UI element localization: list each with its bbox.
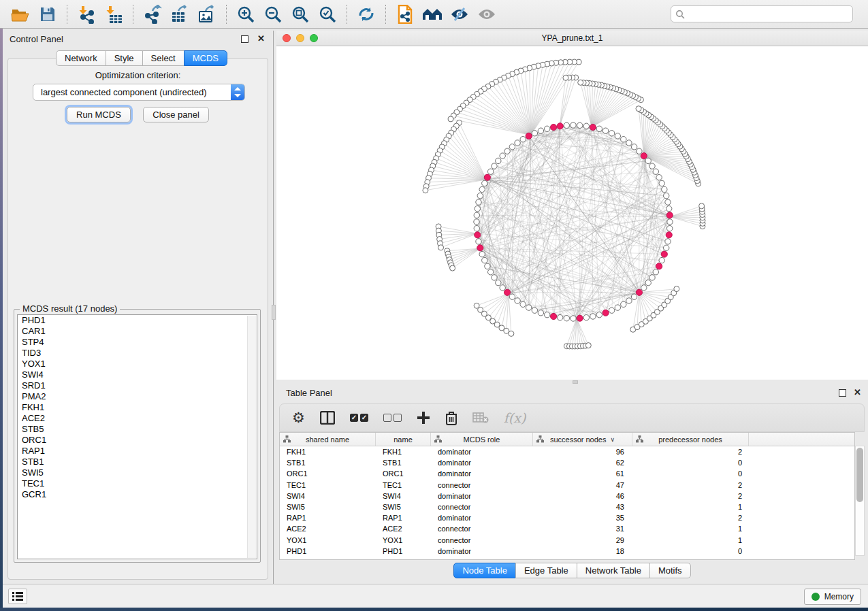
cell-predecessor-nodes[interactable]: 2	[632, 491, 749, 501]
table-row[interactable]: ACE2ACE2connector311	[280, 523, 854, 534]
table-row[interactable]: YOX1YOX1connector291	[280, 535, 854, 546]
table-row[interactable]: FKH1FKH1dominator962	[280, 446, 854, 457]
cell-mcds-role[interactable]: connector	[431, 501, 533, 512]
cell-predecessor-nodes[interactable]: 1	[632, 535, 749, 546]
close-panel-button[interactable]: Close panel	[143, 107, 209, 122]
cell-predecessor-nodes[interactable]: 0	[632, 457, 749, 468]
cell-shared-name[interactable]: SWI4	[280, 491, 376, 501]
mcds-result-item[interactable]: ACE2	[18, 413, 257, 424]
cell-predecessor-nodes[interactable]: 2	[632, 446, 749, 457]
column-header-successor-nodes[interactable]: successor nodes∨	[533, 433, 632, 446]
mcds-result-item[interactable]: SRD1	[18, 380, 257, 391]
mcds-result-item[interactable]: PMA2	[18, 391, 257, 402]
cell-name[interactable]: RAP1	[376, 512, 431, 523]
zoom-fit-icon[interactable]	[287, 3, 314, 26]
new-network-from-selection-icon[interactable]	[391, 3, 419, 26]
run-mcds-button[interactable]: Run MCDS	[67, 107, 131, 122]
mcds-result-item[interactable]: GCR1	[18, 489, 257, 500]
show-columns-icon[interactable]	[320, 411, 335, 425]
save-session-icon[interactable]	[34, 3, 61, 26]
cell-shared-name[interactable]: FKH1	[280, 446, 376, 457]
cell-predecessor-nodes[interactable]: 1	[632, 523, 749, 534]
tab-node-table[interactable]: Node Table	[453, 563, 516, 578]
table-row[interactable]: ORC1ORC1dominator610	[280, 468, 854, 479]
export-image-icon[interactable]	[193, 3, 221, 26]
table-row[interactable]: RAP1RAP1dominator352	[280, 512, 854, 523]
cell-mcds-role[interactable]: dominator	[431, 512, 533, 523]
mcds-result-item[interactable]: FKH1	[18, 402, 257, 413]
table-row[interactable]: SWI5SWI5connector431	[280, 501, 854, 512]
window-close-icon[interactable]	[283, 34, 291, 42]
delete-column-icon[interactable]	[445, 411, 457, 425]
cell-successor-nodes[interactable]: 29	[533, 535, 632, 546]
cell-mcds-role[interactable]: dominator	[431, 468, 533, 479]
cell-name[interactable]: PHD1	[376, 546, 431, 557]
task-history-button[interactable]	[8, 589, 27, 604]
cell-shared-name[interactable]: YOX1	[280, 535, 376, 546]
mcds-result-item[interactable]: TID3	[18, 348, 257, 359]
table-row[interactable]: STB1STB1dominator620	[280, 457, 854, 468]
network-canvas[interactable]	[276, 46, 868, 380]
mcds-result-item[interactable]: PHD1	[18, 315, 257, 326]
cell-successor-nodes[interactable]: 96	[533, 446, 632, 457]
column-header-predecessor-nodes[interactable]: predecessor nodes	[632, 433, 749, 446]
cell-shared-name[interactable]: TEC1	[280, 480, 376, 491]
zoom-out-icon[interactable]	[259, 3, 287, 26]
cell-name[interactable]: ACE2	[376, 523, 431, 534]
search-box[interactable]	[671, 5, 853, 22]
cell-shared-name[interactable]: ORC1	[280, 468, 376, 479]
cell-predecessor-nodes[interactable]: 2	[632, 480, 749, 491]
cell-predecessor-nodes[interactable]: 2	[632, 512, 749, 523]
mcds-result-item[interactable]: ORC1	[18, 435, 257, 446]
mcds-result-item[interactable]: YOX1	[18, 359, 257, 369]
mcds-result-item[interactable]: CAR1	[18, 326, 257, 337]
window-maximize-icon[interactable]	[310, 34, 318, 42]
search-input[interactable]	[688, 10, 848, 19]
table-scrollbar-thumb[interactable]	[856, 448, 863, 502]
cell-shared-name[interactable]: STB1	[280, 457, 376, 468]
cell-successor-nodes[interactable]: 43	[533, 501, 632, 512]
import-table-icon[interactable]	[100, 3, 127, 26]
table-settings-icon[interactable]: ⚙	[292, 411, 305, 425]
cell-mcds-role[interactable]: connector	[431, 523, 533, 534]
mcds-result-item[interactable]: SWI5	[18, 467, 257, 478]
column-header-MCDS-role[interactable]: MCDS role	[431, 433, 533, 446]
cell-shared-name[interactable]: PHD1	[280, 546, 376, 557]
memory-button[interactable]: Memory	[804, 589, 861, 605]
open-session-icon[interactable]	[7, 3, 34, 26]
zoom-selected-icon[interactable]	[314, 3, 341, 26]
import-network-icon[interactable]	[73, 3, 100, 26]
cell-successor-nodes[interactable]: 18	[533, 546, 632, 557]
tab-network-table[interactable]: Network Table	[577, 563, 650, 578]
mcds-result-item[interactable]: SWI4	[18, 369, 257, 380]
cell-predecessor-nodes[interactable]: 0	[632, 546, 749, 557]
zoom-in-icon[interactable]	[232, 3, 259, 26]
cell-shared-name[interactable]: ACE2	[280, 523, 376, 534]
cell-name[interactable]: SWI4	[376, 491, 431, 501]
tab-motifs[interactable]: Motifs	[649, 563, 691, 578]
first-neighbors-icon[interactable]	[419, 3, 446, 26]
cell-predecessor-nodes[interactable]: 0	[632, 468, 749, 479]
apply-layout-icon[interactable]	[353, 3, 380, 26]
tab-network[interactable]: Network	[56, 50, 106, 66]
mcds-result-item[interactable]: STB1	[18, 457, 257, 467]
vertical-splitter-handle[interactable]	[272, 305, 276, 320]
mcds-list-scrollbar[interactable]	[247, 316, 256, 558]
cell-mcds-role[interactable]: dominator	[431, 546, 533, 557]
column-header-name[interactable]: name	[376, 433, 431, 446]
mcds-result-item[interactable]: TEC1	[18, 478, 257, 489]
close-panel-icon[interactable]: ✕	[257, 33, 265, 44]
create-column-icon[interactable]	[417, 411, 430, 425]
cell-successor-nodes[interactable]: 31	[533, 523, 632, 534]
window-minimize-icon[interactable]	[296, 34, 304, 42]
close-table-panel-icon[interactable]: ✕	[854, 387, 861, 397]
hide-selected-icon[interactable]	[446, 3, 473, 26]
cell-name[interactable]: SWI5	[376, 501, 431, 512]
criterion-select[interactable]: largest connected component (undirected)	[33, 84, 245, 101]
cell-mcds-role[interactable]: dominator	[431, 446, 533, 457]
cell-successor-nodes[interactable]: 35	[533, 512, 632, 523]
cell-successor-nodes[interactable]: 47	[533, 480, 632, 491]
mcds-result-item[interactable]: STB5	[18, 424, 257, 435]
float-panel-icon[interactable]	[241, 35, 248, 43]
cell-mcds-role[interactable]: dominator	[431, 491, 533, 501]
